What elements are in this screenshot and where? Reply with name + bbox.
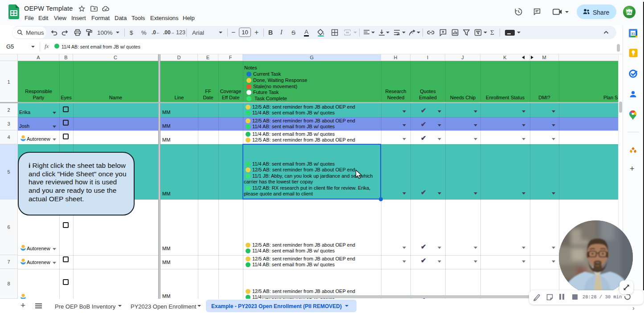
- svg-text:PA: PA: [627, 11, 632, 15]
- svg-text:A: A: [410, 30, 413, 35]
- svg-text:31: 31: [631, 32, 635, 36]
